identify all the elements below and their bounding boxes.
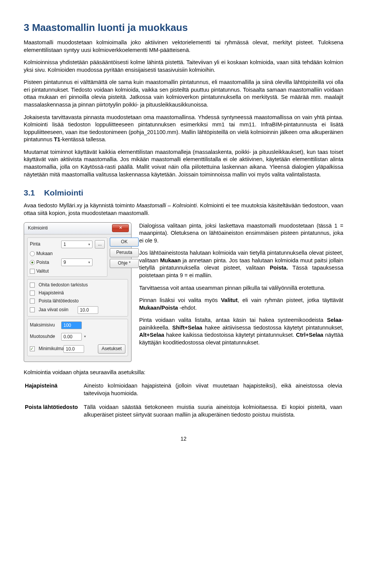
hajapisteina-label: Hajapisteinä (39, 290, 64, 296)
hajapisteina-check[interactable] (30, 291, 35, 296)
setting-label: Poista lähtötiedosto (24, 403, 83, 424)
maksimisivu-label: Maksimisivu (30, 322, 59, 328)
settings-table: Hajapisteinä Aineisto kolmioidaan hajapi… (24, 381, 343, 425)
maksimisivu-input[interactable]: 100 (61, 321, 82, 329)
muotosuhde-stepper[interactable]: ▾ (84, 334, 86, 339)
page-number: 12 (24, 435, 343, 443)
jaa-viivat-label: Jaa viivat osiin (39, 307, 75, 313)
poista-label: Poista (36, 260, 49, 265)
setting-desc: Tällä voidaan säästää tietokoneen muisti… (83, 403, 343, 424)
muotosuhde-label: Muotosuhde (30, 333, 59, 339)
setting-label: Hajapisteinä (24, 382, 83, 402)
kolmiointi-dialog: Kolmiointi ✕ Pinta 1▾ ... Mukaan (24, 222, 132, 362)
paragraph: Kolmiointia voidaan ohjata seuraavilla a… (24, 369, 343, 376)
jaa-viivat-check[interactable] (30, 307, 35, 312)
poista-lahto-label: Poista lähtötiedosto (39, 298, 79, 304)
close-button[interactable]: ✕ (112, 224, 129, 232)
mukaan-radio[interactable] (30, 251, 35, 256)
poista-radio[interactable] (30, 260, 35, 265)
pinta-label: Pinta (30, 241, 59, 247)
pinta-combo[interactable]: 1▾ (61, 241, 93, 248)
valitut-check[interactable] (30, 269, 35, 274)
paragraph: Muutamat toiminnot käyttävät kaikkia ele… (24, 149, 343, 178)
paragraph: Pinnan lisäksi voi valita myös Valitut, … (139, 297, 343, 312)
paragraph: Jos lähtöaineistosta halutaan kolmioida … (139, 249, 343, 279)
cancel-button[interactable]: Peruuta (110, 248, 139, 257)
ok-button[interactable]: OK (110, 237, 139, 247)
poista-lahto-check[interactable] (30, 299, 35, 304)
section-heading: 3 Maastomallin luonti ja muokkaus (24, 21, 343, 34)
mukaan-label: Mukaan (36, 251, 53, 256)
minimikulma-input[interactable]: 10.0 (63, 345, 84, 353)
pinta-browse-button[interactable]: ... (95, 240, 105, 249)
subsection-heading: 3.1Kolmiointi (24, 187, 343, 198)
help-button[interactable]: Ohje * (110, 259, 139, 268)
paragraph: Maastomalli muodostetaan kolmioimalla jo… (24, 39, 343, 54)
setting-desc: Aineisto kolmioidaan hajapisteinä (jollo… (83, 382, 343, 402)
muotosuhde-input[interactable]: 0.00 (61, 333, 82, 341)
paragraph: Avaa tiedosto Mylläri.xy ja käynnistä to… (24, 202, 343, 217)
paragraph: Dialogissa valitaan pinta, joksi laskett… (139, 222, 343, 245)
dialog-title: Kolmiointi (26, 225, 48, 231)
minimikulma-label: Minimikulma (39, 346, 61, 352)
paragraph: Pisteen pintatunnus ei välttämättä ole s… (24, 79, 343, 108)
ohita-tarkistus-check[interactable] (30, 283, 35, 288)
valitut-label: Valitut (36, 268, 49, 274)
paragraph: Pinta voidaan valita listalta, antaa käs… (139, 317, 343, 346)
jaa-viivat-input[interactable]: 10.0 (78, 306, 98, 314)
poista-combo[interactable]: 9▾ (61, 258, 93, 266)
paragraph: Jokaisesta tarvittavasta pinnasta muodos… (24, 114, 343, 144)
minimikulma-check[interactable] (30, 346, 35, 351)
paragraph: Tarvittaessa voit antaa useamman pinnan … (139, 284, 343, 292)
paragraph: Kolmioinnissa yhdistetään pääsääntöisest… (24, 59, 343, 74)
asetukset-button[interactable]: Asetukset (98, 344, 125, 354)
ohita-tarkistus-label: Ohita tiedoston tarkistus (39, 282, 88, 288)
